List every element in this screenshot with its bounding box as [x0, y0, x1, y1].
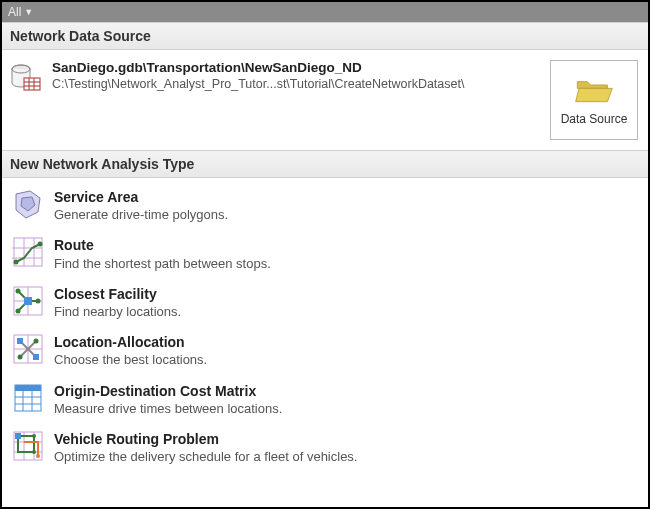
geodatabase-icon [10, 62, 42, 94]
row-title: Closest Facility [54, 285, 181, 303]
section-header-analysis: New Network Analysis Type [2, 150, 648, 178]
data-source-button[interactable]: Data Source [550, 60, 638, 140]
route-icon [12, 236, 44, 268]
svg-rect-32 [15, 385, 41, 391]
svg-rect-27 [17, 338, 23, 344]
svg-rect-28 [33, 354, 39, 360]
row-title: Location-Allocation [54, 333, 207, 351]
row-title: Origin-Destination Cost Matrix [54, 382, 282, 400]
analysis-type-route[interactable]: Route Find the shortest path between sto… [2, 230, 648, 278]
analysis-type-list: Service Area Generate drive-time polygon… [2, 178, 648, 476]
svg-point-13 [38, 242, 43, 247]
analysis-type-od-matrix[interactable]: Origin-Destination Cost Matrix Measure d… [2, 376, 648, 424]
svg-point-43 [32, 434, 36, 438]
row-title: Route [54, 236, 271, 254]
chevron-down-icon: ▼ [24, 7, 33, 17]
svg-point-20 [16, 308, 21, 313]
svg-point-30 [18, 355, 23, 360]
data-source-panel: SanDiego.gdb\Transportation\NewSanDiego_… [2, 50, 648, 150]
analysis-type-vrp[interactable]: Vehicle Routing Problem Optimize the del… [2, 424, 648, 472]
svg-point-44 [32, 450, 36, 454]
data-source-title: SanDiego.gdb\Transportation\NewSanDiego_… [52, 60, 540, 75]
data-source-button-label: Data Source [561, 112, 628, 126]
row-desc: Choose the best locations. [54, 351, 207, 369]
location-allocation-icon [12, 333, 44, 365]
vrp-icon [12, 430, 44, 462]
row-desc: Generate drive-time polygons. [54, 206, 228, 224]
filter-bar[interactable]: All ▼ [2, 2, 648, 22]
analysis-type-location-allocation[interactable]: Location-Allocation Choose the best loca… [2, 327, 648, 375]
row-desc: Measure drive times between locations. [54, 400, 282, 418]
closest-facility-icon [12, 285, 44, 317]
svg-point-12 [14, 260, 19, 265]
data-source-path: C:\Testing\Network_Analyst_Pro_Tutor...s… [52, 77, 540, 91]
svg-point-45 [36, 454, 40, 458]
svg-point-21 [36, 298, 41, 303]
od-cost-matrix-icon [12, 382, 44, 414]
analysis-type-closest-facility[interactable]: Closest Facility Find nearby locations. [2, 279, 648, 327]
svg-rect-2 [24, 78, 40, 90]
folder-open-icon [574, 74, 614, 106]
row-title: Vehicle Routing Problem [54, 430, 357, 448]
row-desc: Find the shortest path between stops. [54, 255, 271, 273]
svg-point-19 [16, 288, 21, 293]
svg-rect-42 [15, 433, 21, 439]
svg-point-29 [34, 339, 39, 344]
row-title: Service Area [54, 188, 228, 206]
analysis-type-service-area[interactable]: Service Area Generate drive-time polygon… [2, 182, 648, 230]
svg-rect-18 [24, 297, 32, 305]
section-header-data-source: Network Data Source [2, 22, 648, 50]
service-area-icon [12, 188, 44, 220]
row-desc: Find nearby locations. [54, 303, 181, 321]
row-desc: Optimize the delivery schedule for a fle… [54, 448, 357, 466]
filter-label: All [8, 5, 21, 19]
